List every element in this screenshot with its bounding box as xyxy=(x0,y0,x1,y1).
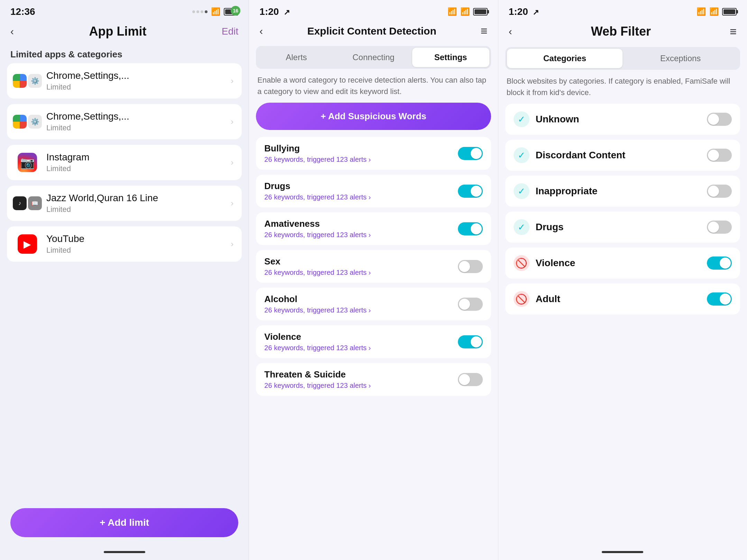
bullying-toggle[interactable] xyxy=(458,147,483,160)
app-icon-dual: ♪ 📖 xyxy=(13,196,42,210)
block-icon: 🚫 xyxy=(514,255,529,271)
list-item[interactable]: Alcohol 26 keywords, triggered 123 alert… xyxy=(256,288,491,320)
back-button-1[interactable]: ‹ xyxy=(10,26,14,37)
list-item[interactable]: ✓ Unknown xyxy=(505,104,740,135)
list-item[interactable]: Amativeness 26 keywords, triggered 123 a… xyxy=(256,212,491,245)
page-title-2: Explicit Content Detection xyxy=(307,25,436,37)
category-header: Drugs 26 keywords, triggered 123 alerts … xyxy=(264,181,482,201)
toggle-knob xyxy=(471,148,482,159)
adult-filter-toggle[interactable] xyxy=(707,292,732,306)
add-suspicious-words-button[interactable]: + Add Suspicious Words xyxy=(256,103,491,130)
back-button-2[interactable]: ‹ xyxy=(259,25,263,37)
list-item[interactable]: ⚙️ Chrome,Settings,... Limited › xyxy=(7,63,242,99)
status-bar-1: 12:36 📶 16 xyxy=(0,0,249,21)
jazz-icon: ♪ xyxy=(13,196,27,210)
home-indicator xyxy=(104,551,145,553)
toggle-knob xyxy=(708,150,719,161)
list-item[interactable]: Violence 26 keywords, triggered 123 aler… xyxy=(256,325,491,358)
check-icon: ✓ xyxy=(514,183,529,199)
list-item[interactable]: ♪ 📖 Jazz World,Quran 16 Line Limited › xyxy=(7,186,242,221)
status-time-1: 12:36 xyxy=(10,6,35,17)
app-status: Limited xyxy=(46,123,224,132)
check-icon: ✓ xyxy=(514,219,529,235)
nav-bar-1: ‹ App Limit Edit xyxy=(0,21,249,44)
list-item[interactable]: Sex 26 keywords, triggered 123 alerts › xyxy=(256,250,491,283)
list-item[interactable]: ▶ YouTube Limited › xyxy=(7,226,242,262)
wifi-icon: 📶 xyxy=(211,7,220,16)
sex-toggle[interactable] xyxy=(458,260,483,273)
tab-alerts[interactable]: Alerts xyxy=(258,48,335,67)
threaten-toggle[interactable] xyxy=(458,373,483,386)
nav-bar-2: ‹ Explicit Content Detection ≡ xyxy=(249,21,498,43)
list-item[interactable]: 🚫 Adult xyxy=(505,283,740,315)
violence-toggle[interactable] xyxy=(458,335,483,348)
app-status: Limited xyxy=(46,83,224,92)
battery-icon: 16 xyxy=(224,8,238,16)
add-limit-button[interactable]: + Add limit xyxy=(10,508,238,537)
list-item[interactable]: 📷 Instagram Limited › xyxy=(7,145,242,180)
toggle-knob xyxy=(459,299,470,310)
category-info: Alcohol 26 keywords, triggered 123 alert… xyxy=(264,294,371,314)
amativeness-toggle[interactable] xyxy=(458,222,483,235)
violence-filter-toggle[interactable] xyxy=(707,256,732,270)
list-item[interactable]: ✓ Discordant Content xyxy=(505,140,740,171)
drugs-toggle[interactable] xyxy=(458,185,483,198)
menu-button-3[interactable]: ≡ xyxy=(730,25,737,38)
app-status: Limited xyxy=(46,246,224,255)
signal-dot-1 xyxy=(192,10,195,13)
category-info: Violence 26 keywords, triggered 123 aler… xyxy=(264,332,371,352)
app-icon-area: ⚙️ xyxy=(15,113,39,130)
unknown-toggle[interactable] xyxy=(707,113,732,126)
battery-tip-3 xyxy=(737,10,738,13)
edit-button[interactable]: Edit xyxy=(222,26,238,37)
chrome-icon xyxy=(13,74,27,88)
status-bar-3: 1:20 ↗ 📶 📶 xyxy=(498,0,747,21)
explicit-content-panel: 1:20 ↗ 📶 📶 ‹ Explicit Content Detection … xyxy=(249,0,498,560)
app-info: Chrome,Settings,... Limited xyxy=(46,111,224,132)
app-icon-dual: ⚙️ xyxy=(13,115,42,129)
battery-icon-3 xyxy=(722,8,737,16)
toggle-knob xyxy=(471,223,482,234)
alcohol-toggle[interactable] xyxy=(458,298,483,311)
tab-connecting[interactable]: Connecting xyxy=(335,48,412,67)
location-icon: ↗ xyxy=(284,8,290,17)
list-item[interactable]: 🚫 Violence xyxy=(505,248,740,279)
tab-categories[interactable]: Categories xyxy=(507,49,623,68)
wifi-icon-3: 📶 xyxy=(709,7,719,16)
back-button-3[interactable]: ‹ xyxy=(509,26,512,37)
check-icon: ✓ xyxy=(514,147,529,163)
status-icons-2: 📶 📶 xyxy=(448,7,488,16)
list-item[interactable]: Bullying 26 keywords, triggered 123 aler… xyxy=(256,137,491,170)
tab-bar-3: Categories Exceptions xyxy=(505,47,740,70)
battery-icon-2 xyxy=(473,8,488,16)
toggle-knob xyxy=(459,374,470,385)
chrome-icon xyxy=(13,115,27,129)
app-info: Jazz World,Quran 16 Line Limited xyxy=(46,193,224,214)
inappropriate-toggle[interactable] xyxy=(707,185,732,198)
status-time-3: 1:20 ↗ xyxy=(509,6,539,17)
web-filter-panel: 1:20 ↗ 📶 📶 ‹ Web Filter ≡ Categories Exc… xyxy=(498,0,747,560)
app-icon-area: ⚙️ xyxy=(15,72,39,90)
nav-bar-3: ‹ Web Filter ≡ xyxy=(498,21,747,44)
chevron-right-icon: › xyxy=(231,158,233,167)
list-item[interactable]: ✓ Drugs xyxy=(505,212,740,243)
section-title: Limited apps & categories xyxy=(0,44,249,63)
list-item[interactable]: Drugs 26 keywords, triggered 123 alerts … xyxy=(256,175,491,207)
tab-exceptions[interactable]: Exceptions xyxy=(622,49,738,68)
list-item[interactable]: Threaten & Suicide 26 keywords, triggere… xyxy=(256,363,491,396)
app-icon-dual: ⚙️ xyxy=(13,74,42,88)
battery-fill-2 xyxy=(474,9,486,14)
tab-settings[interactable]: Settings xyxy=(412,48,489,67)
drugs-filter-toggle[interactable] xyxy=(707,221,732,234)
list-item[interactable]: ⚙️ Chrome,Settings,... Limited › xyxy=(7,104,242,139)
wifi-icon-2: 📶 xyxy=(460,7,470,16)
category-header: Threaten & Suicide 26 keywords, triggere… xyxy=(264,369,482,390)
battery-tip-2 xyxy=(488,10,489,13)
category-info: Amativeness 26 keywords, triggered 123 a… xyxy=(264,218,371,239)
category-header: Bullying 26 keywords, triggered 123 aler… xyxy=(264,143,482,164)
list-item[interactable]: ✓ Inappropriate xyxy=(505,176,740,207)
home-indicator-3 xyxy=(602,551,643,553)
discordant-toggle[interactable] xyxy=(707,149,732,162)
app-icon-area: ♪ 📖 xyxy=(15,195,39,212)
menu-button-2[interactable]: ≡ xyxy=(481,24,488,38)
